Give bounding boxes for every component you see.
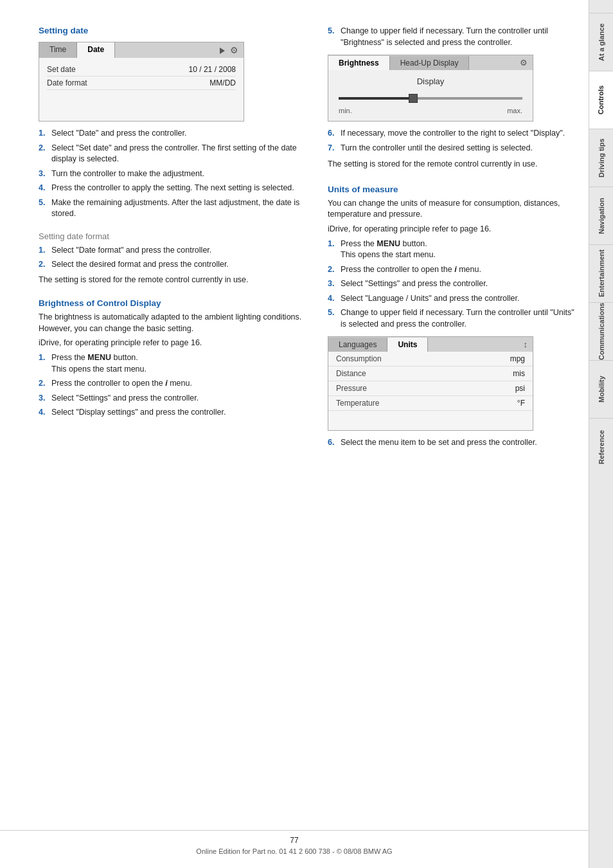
sidebar-tab-entertainment[interactable]: Entertainment <box>589 244 614 302</box>
section-date-format-title: Setting date format <box>39 231 308 241</box>
units-intro: You can change the units of measure for … <box>328 198 576 221</box>
section-setting-date-title: Setting date <box>39 26 308 35</box>
date-format-step-2: 2. Select the desired format and press t… <box>39 259 308 271</box>
brightness-ui-header: Brightness Head-Up Display ⚙ <box>328 55 533 70</box>
units-step-6: 6. Select the menu item to be set and pr… <box>328 437 576 449</box>
page-footer: 77 Online Edition for Part no. 01 41 2 6… <box>0 830 589 855</box>
date-format-steps: 1. Select "Date format" and press the co… <box>39 245 308 271</box>
consumption-value: mpg <box>510 354 525 363</box>
brightness-settings-icon: ⚙ <box>520 58 528 68</box>
slider-min-label: min. <box>339 107 352 114</box>
slider-thumb[interactable] <box>409 94 418 103</box>
pressure-label: Pressure <box>336 384 367 393</box>
date-format-step-1: 1. Select "Date format" and press the co… <box>39 245 308 257</box>
right-column: 5. Change to upper field if necessary. T… <box>328 26 576 849</box>
page-number: 77 <box>0 836 589 845</box>
brightness-step-2: 2. Press the controller to open the i me… <box>39 378 308 390</box>
distance-label: Distance <box>336 369 366 378</box>
consumption-row: Consumption mpg <box>328 352 533 366</box>
date-ui-header: Time Date ⚙ <box>39 42 244 58</box>
copyright-text: Online Edition for Part no. 01 41 2 600 … <box>0 847 589 855</box>
headup-tab[interactable]: Head-Up Display <box>390 56 470 70</box>
brightness-ui-icon: ⚙ <box>515 55 533 70</box>
brightness-idrive-note: iDrive, for operating principle refer to… <box>39 338 308 347</box>
units-ui-screenshot: Languages Units ↕ Consumption mpg Distan… <box>328 336 533 431</box>
temperature-label: Temperature <box>336 399 379 408</box>
step-2: 2. Select "Set date" and press the contr… <box>39 143 308 165</box>
steps-6-7: 6. If necessary, move the controller to … <box>328 128 576 154</box>
slider-fill <box>339 97 412 100</box>
step-3: 3. Turn the controller to make the adjus… <box>39 168 308 180</box>
sidebar-tab-communications[interactable]: Communications <box>589 302 614 360</box>
units-steps: 1. Press the MENU button.This opens the … <box>328 239 576 330</box>
pressure-value: psi <box>515 384 525 393</box>
slider-max-label: max. <box>507 107 522 114</box>
date-format-value: MM/DD <box>209 78 236 87</box>
brightness-tab[interactable]: Brightness <box>328 56 390 70</box>
units-ui-header: Languages Units ↕ <box>328 337 533 352</box>
date-ui-screenshot: Time Date ⚙ Set date 10 / 21 / 2008 Date… <box>39 42 244 122</box>
units-step-3: 3. Select "Settings" and press the contr… <box>328 278 576 290</box>
left-column: Setting date Time Date ⚙ Set date 10 / 2… <box>39 26 308 849</box>
brightness-intro: The brightness is automatically adapted … <box>39 312 308 334</box>
step-4: 4. Press the controller to apply the set… <box>39 183 308 194</box>
units-idrive-note: iDrive, for operating principle refer to… <box>328 224 576 233</box>
units-step-6-list: 6. Select the menu item to be set and pr… <box>328 437 576 449</box>
brightness-steps: 1. Press the MENU button.This opens the … <box>39 352 308 419</box>
brightness-step-4: 4. Select "Display settings" and press t… <box>39 407 308 419</box>
units-refresh-icon: ↕ <box>524 339 528 349</box>
distance-value: mis <box>513 369 525 378</box>
step-1: 1. Select "Date" and press the controlle… <box>39 128 308 140</box>
units-tab[interactable]: Units <box>387 338 428 352</box>
brightness-step-3: 3. Select "Settings" and press the contr… <box>39 393 308 404</box>
sidebar: At a glance Controls Driving tips Naviga… <box>589 0 613 868</box>
date-format-note: The setting is stored for the remote con… <box>39 275 308 286</box>
date-tab[interactable]: Date <box>77 42 115 58</box>
sidebar-tab-controls[interactable]: Controls <box>589 71 614 129</box>
units-ui-icon: ↕ <box>519 337 533 352</box>
sidebar-tab-navigation[interactable]: Navigation <box>589 186 614 244</box>
section-units-title: Units of measure <box>328 185 576 194</box>
sidebar-tab-at-a-glance[interactable]: At a glance <box>589 13 614 71</box>
slider-labels: min. max. <box>339 107 522 114</box>
set-date-value: 10 / 21 / 2008 <box>189 65 236 74</box>
step-6-right: 6. If necessary, move the controller to … <box>328 128 576 140</box>
units-step-2: 2. Press the controller to open the i me… <box>328 264 576 276</box>
units-step-1: 1. Press the MENU button.This opens the … <box>328 239 576 261</box>
consumption-label: Consumption <box>336 354 382 363</box>
ui-header-icons: ⚙ <box>215 42 244 58</box>
brightness-stored-note: The setting is stored for the remote con… <box>328 159 576 170</box>
languages-tab[interactable]: Languages <box>328 338 387 352</box>
brightness-ui-body: Display min. max. <box>328 70 533 121</box>
time-tab[interactable]: Time <box>39 42 77 58</box>
section-brightness-title: Brightness of Control Display <box>39 298 308 308</box>
units-step-4: 4. Select "Language / Units" and press t… <box>328 293 576 305</box>
step-5: 5. Make the remaining adjustments. After… <box>39 197 308 220</box>
sidebar-tab-reference[interactable]: Reference <box>589 418 614 476</box>
triangle-right-icon <box>220 46 225 55</box>
sidebar-tab-driving-tips[interactable]: Driving tips <box>589 129 614 186</box>
display-label: Display <box>417 77 445 86</box>
right-col-step5: 5. Change to upper field if necessary. T… <box>328 26 576 48</box>
sidebar-tab-mobility[interactable]: Mobility <box>589 360 614 418</box>
temperature-row: Temperature °F <box>328 396 533 411</box>
temperature-value: °F <box>517 399 525 408</box>
date-format-row: Date format MM/DD <box>47 77 236 90</box>
brightness-slider[interactable] <box>339 93 522 104</box>
brightness-step-1: 1. Press the MENU button.This opens the … <box>39 352 308 375</box>
date-ui-body: Set date 10 / 21 / 2008 Date format MM/D… <box>39 58 244 121</box>
units-step-5: 5. Change to upper field if necessary. T… <box>328 307 576 330</box>
step-7-right: 7. Turn the controller until the desired… <box>328 143 576 154</box>
settings-icon: ⚙ <box>230 45 238 55</box>
date-format-label: Date format <box>47 78 87 87</box>
setting-date-steps: 1. Select "Date" and press the controlle… <box>39 128 308 220</box>
distance-row: Distance mis <box>328 366 533 381</box>
set-date-label: Set date <box>47 65 76 74</box>
right-step-5: 5. Change to upper field if necessary. T… <box>328 26 576 48</box>
brightness-ui-screenshot: Brightness Head-Up Display ⚙ Display min… <box>328 55 533 122</box>
pressure-row: Pressure psi <box>328 381 533 396</box>
units-ui-body: Consumption mpg Distance mis Pressure ps… <box>328 352 533 430</box>
set-date-row: Set date 10 / 21 / 2008 <box>47 63 236 77</box>
